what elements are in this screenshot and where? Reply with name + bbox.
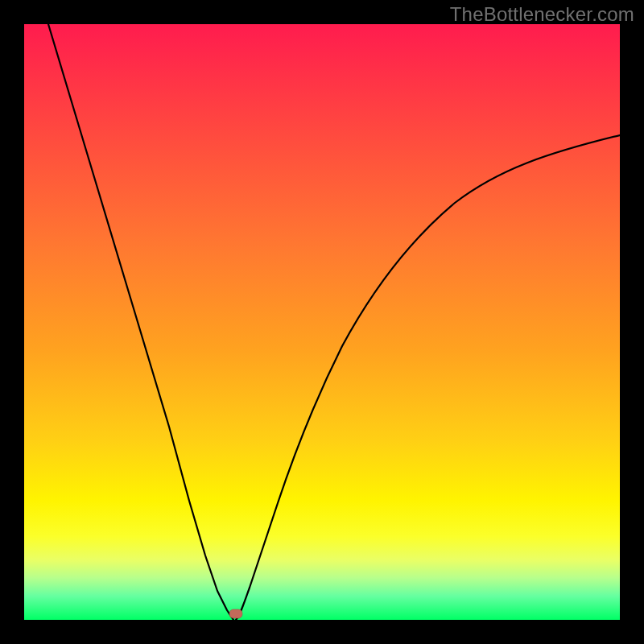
chart-frame: TheBottlenecker.com xyxy=(0,0,644,644)
curve-left-branch xyxy=(48,24,233,620)
curve-right-branch xyxy=(236,135,620,620)
bottleneck-curve xyxy=(24,24,620,620)
watermark-text: TheBottlenecker.com xyxy=(450,3,634,26)
plot-area xyxy=(24,24,620,620)
optimum-marker xyxy=(229,609,242,618)
